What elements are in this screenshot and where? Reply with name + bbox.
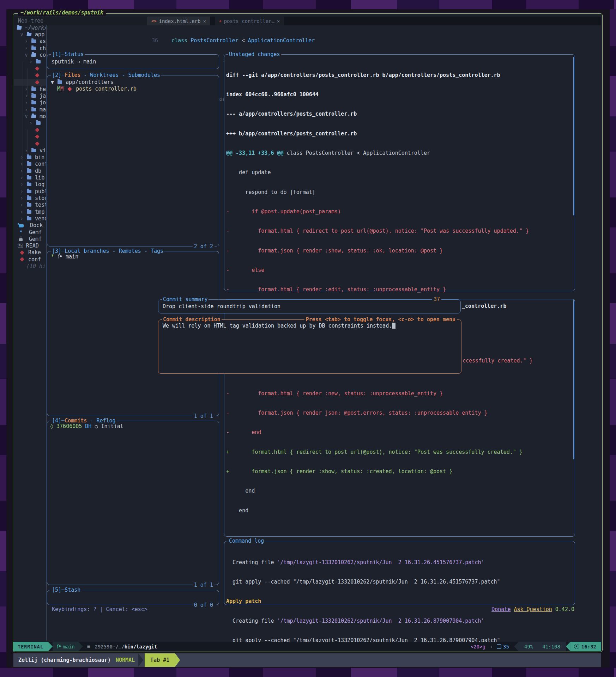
window-separator[interactable]: [46, 25, 47, 641]
files-file-row[interactable]: MM posts_controller.rb: [51, 85, 137, 92]
commits-count: 1 of 1: [193, 582, 215, 588]
status-branch-row[interactable]: sputnik → main: [52, 55, 96, 69]
tree-hidden-count: (10 hi: [14, 263, 46, 269]
mode-indicator: TERMINAL: [13, 642, 48, 651]
tree-item-log[interactable]: › log: [14, 181, 46, 188]
unstaged-scrollbar[interactable]: [573, 57, 574, 215]
tree-item-helpers[interactable]: › he: [14, 86, 46, 92]
tree-item-folder[interactable]: ›: [14, 59, 46, 65]
tree-item-ruby-file[interactable]: [14, 127, 46, 133]
clock-segment: 16:32: [570, 642, 601, 651]
keybindings-hint: Keybindings: ? | Cancel: <esc>: [52, 606, 147, 612]
stash-count: 0 of 0: [193, 602, 215, 608]
tree-item-dockerfile[interactable]: Dock: [14, 222, 46, 229]
tree-item-ruby-file[interactable]: [14, 65, 46, 72]
neotree-winbar-label: Neo-tree: [18, 18, 43, 24]
branch-icon: [57, 644, 61, 649]
tree-item-controllers[interactable]: ∨ co: [14, 51, 46, 58]
tab-label: posts_controller…: [224, 18, 274, 24]
tree-item-jobs[interactable]: › jo: [14, 99, 46, 106]
tab-close-icon[interactable]: ×: [203, 18, 206, 24]
staged-diff: - format.html { render :new, status: :un…: [226, 377, 523, 526]
buffer-count: 35: [497, 644, 509, 649]
staged-scrollbar[interactable]: [573, 300, 574, 459]
tree-item-public[interactable]: › publ: [14, 188, 46, 195]
lazygit-files-panel: [2]─Files - Worktrees - Submodules ▼ app…: [47, 75, 219, 246]
tree-item-root[interactable]: ~/work/rails/demos/sputnik: [14, 24, 46, 31]
tree-item-folder[interactable]: ›: [14, 120, 46, 127]
commit-description-input[interactable]: Commit description Press <tab> to toggle…: [158, 319, 461, 374]
text-cursor: [392, 323, 395, 329]
terminal-window: ~/work/rails/demos/sputnik Neo-tree <> i…: [13, 13, 603, 652]
separator-chevron: ‹: [490, 643, 493, 650]
buffer-name: 292590:/…/bin/lazygit: [95, 644, 157, 649]
frame-strip-left: [0, 0, 6, 677]
tab-label: index.html.erb: [159, 18, 200, 24]
branch-row[interactable]: * main: [51, 253, 78, 260]
commit-row[interactable]: ◊ 37606005 DH ○ Initial: [50, 423, 123, 429]
files-directory-row[interactable]: ▼ app/controllers: [51, 79, 137, 85]
commit-summary-char-count: 37: [432, 296, 441, 303]
tree-item-ruby-file[interactable]: [14, 72, 46, 79]
frame-strip-right: [610, 0, 616, 677]
tree-item-channels[interactable]: › channels: [14, 45, 46, 51]
zellij-session-name: Zellij (charming-brachiosaur): [18, 657, 111, 663]
code-line: 36class PostsController < ApplicationCon…: [141, 37, 372, 44]
window-title: ~/work/rails/demos/sputnik: [18, 10, 106, 16]
zellij-mode: NORMAL: [116, 657, 135, 663]
branches-count: 1 of 1: [193, 413, 215, 419]
powerline-arrow: [514, 642, 519, 651]
files-panel-title: [2]─Files - Worktrees - Submodules: [51, 72, 161, 78]
powerline-arrow: [78, 642, 83, 651]
tree-item-javascript[interactable]: › ja: [14, 92, 46, 99]
stash-panel-title: [5]─Stash: [51, 587, 81, 593]
tree-item-test[interactable]: › test: [14, 202, 46, 208]
lazygit-command-log-panel: Command log Creating file '/tmp/lazygit-…: [224, 541, 575, 605]
lazygit-footer-links: Donate Ask Question 0.42.0: [388, 606, 574, 612]
files-count: 2 of 2: [193, 243, 215, 250]
tree-item-readme[interactable]: M↓ READ: [14, 243, 46, 249]
scroll-position: 49% 41:108: [519, 642, 566, 651]
powerline-arrow: [566, 642, 570, 651]
tree-item-tmp[interactable]: › tmp: [14, 208, 46, 215]
code-file-icon: <>: [151, 19, 156, 24]
tree-item-bin[interactable]: › bin: [14, 154, 46, 160]
statusline: TERMINAL main ≡ 292590:/…/bin/lazygit <2…: [13, 642, 601, 651]
zellij-arrow: [175, 653, 180, 667]
lazygit-status-panel: [1]─Status sputnik → main: [47, 54, 219, 69]
tree-item-views[interactable]: › vi: [14, 147, 46, 154]
commit-summary-input[interactable]: Commit summary 37 Drop client-side round…: [158, 299, 461, 313]
tree-item-models[interactable]: ∨ mo: [14, 113, 46, 120]
ask-question-link[interactable]: Ask Question: [514, 606, 552, 612]
tab-close-icon[interactable]: ×: [277, 18, 280, 24]
tree-item-ruby-file[interactable]: [14, 133, 46, 140]
tree-item-mailers[interactable]: › ma: [14, 106, 46, 113]
tree-item-app[interactable]: ∨ app: [14, 31, 46, 38]
lines-icon: ≡: [87, 643, 91, 650]
tree-item-assets[interactable]: › assets: [14, 38, 46, 45]
tree-item-db[interactable]: › db: [14, 167, 46, 174]
donate-link[interactable]: Donate: [491, 606, 511, 612]
frame-strip-top: [0, 0, 616, 9]
tree-item-ruby-file[interactable]: [14, 140, 46, 147]
powerline-arrow: [48, 642, 53, 651]
tree-item-vendor[interactable]: › vend: [14, 215, 46, 222]
zellij-arrow: [138, 653, 143, 667]
clock-icon: [574, 644, 579, 649]
tree-item-gemfile[interactable]: * Gemf: [14, 229, 46, 236]
tree-item-config[interactable]: › conf: [14, 161, 46, 167]
command-log-title: Command log: [228, 538, 265, 544]
tree-item-gemfile-lock[interactable]: Gemf: [14, 236, 46, 242]
tree-item-ruby-file[interactable]: [14, 79, 46, 86]
tree-item-rakefile[interactable]: Rake: [14, 249, 46, 256]
statusline-right: <20>g ‹ 35 49% 41:108 16:32: [471, 642, 601, 651]
lazygit-unstaged-changes-panel: Unstaged changes diff --git a/app/contro…: [224, 54, 575, 291]
commit-description-value: We will rely on HTML tag validation back…: [163, 323, 395, 329]
tree-item-storage[interactable]: › stor: [14, 195, 46, 201]
commit-summary-value: Drop client-side roundtrip validation: [163, 300, 280, 313]
zellij-tab-1[interactable]: Tab #1: [145, 653, 175, 667]
tree-item-config-ru[interactable]: conf: [14, 256, 46, 263]
tree-item-lib[interactable]: › lib: [14, 174, 46, 181]
box-icon: [497, 644, 501, 649]
lazygit-commits-panel: [4]─Commits - Reflog ◊ 37606005 DH ○ Ini…: [47, 421, 219, 585]
